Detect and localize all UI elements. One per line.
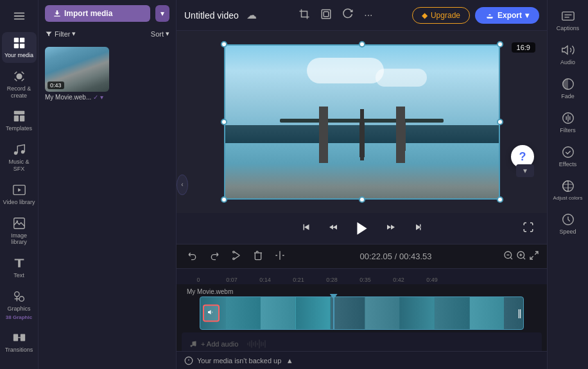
backup-expand-button[interactable]: ▴ [288, 356, 292, 365]
export-button[interactable]: Export ▾ [475, 7, 539, 24]
text-icon [12, 256, 26, 270]
corner-handle-br[interactable] [497, 196, 503, 203]
bridge-right-pillar [402, 119, 406, 151]
svg-marker-25 [357, 222, 367, 235]
preview-area: 16:9 ? ▾ [177, 31, 547, 213]
toolbar-tools: ··· [296, 6, 375, 25]
right-item-effects[interactable]: Effects [550, 141, 586, 171]
clip-end-handle[interactable]: ‖ [517, 308, 522, 318]
forward-button[interactable] [383, 219, 399, 238]
track-name-label: My Movie.webm [182, 287, 542, 296]
skip-forward-icon [412, 221, 424, 233]
cloud-2 [376, 69, 427, 87]
skip-back-button[interactable] [298, 219, 315, 238]
panel-collapse-button[interactable]: ‹ [177, 175, 188, 195]
sidebar-item-video-library[interactable]: Video library [2, 179, 37, 210]
media-item[interactable]: 0:43 My Movie.web... ✓ ▾ [45, 47, 109, 101]
svg-point-18 [19, 296, 24, 301]
fit-timeline-button[interactable] [529, 250, 539, 262]
templates-icon [12, 109, 26, 123]
zoom-out-button[interactable] [503, 250, 514, 262]
thumb-5 [365, 297, 399, 329]
bridge-left-pillar [321, 119, 324, 151]
aspect-ratio-badge: 16:9 [512, 42, 535, 53]
edge-handle-bottom[interactable] [359, 196, 365, 203]
top-bar-left: Untitled video ☁ [184, 6, 259, 24]
ruler-mark-3: 0:21 [282, 277, 315, 283]
right-panel: Captions Audio Fade Filters [547, 0, 588, 369]
corner-handle-tr[interactable] [497, 41, 503, 47]
thumb-1 [226, 297, 260, 329]
skip-forward-button[interactable] [410, 219, 426, 238]
sidebar-label-video: Video library [3, 199, 35, 206]
upgrade-button[interactable]: ◆ Upgrade [412, 7, 470, 24]
rotate-button[interactable] [340, 6, 356, 25]
right-item-speed[interactable]: Speed [550, 209, 586, 239]
corner-handle-tl[interactable] [221, 41, 227, 47]
sidebar-item-graphics[interactable]: Graphics 38 Graphic [2, 286, 37, 324]
clip-volume-button[interactable] [203, 305, 220, 322]
sidebar-item-your-media[interactable]: Your media [2, 32, 37, 63]
filter-button[interactable]: Filter ▾ [45, 30, 76, 38]
video-clip[interactable]: ‖ [200, 296, 524, 330]
sidebar-item-transitions[interactable]: Transitions [2, 327, 37, 357]
crop-button[interactable] [296, 6, 313, 25]
sidebar-item-record-create[interactable]: Record & create [2, 65, 37, 103]
sidebar-item-text[interactable]: Text [2, 252, 37, 283]
sidebar-menu-button[interactable] [2, 5, 37, 27]
thumb-7 [435, 297, 469, 329]
ruler-mark-2: 0:14 [248, 277, 282, 283]
zoom-in-button[interactable] [516, 250, 526, 262]
media-thumb[interactable]: 0:43 [45, 47, 109, 92]
svg-point-47 [562, 147, 573, 158]
sidebar-label-record: Record & create [3, 85, 35, 99]
split-button[interactable] [272, 248, 288, 264]
sidebar-item-image-library[interactable]: Image library [2, 212, 37, 250]
play-icon [354, 220, 370, 237]
more-options-button[interactable]: ··· [361, 7, 375, 24]
thumb-6 [400, 297, 434, 329]
sidebar-label-image: Image library [3, 232, 35, 246]
speed-icon [561, 212, 575, 227]
music-note-icon [189, 340, 197, 348]
edge-handle-top[interactable] [359, 41, 365, 47]
resize-button[interactable] [318, 6, 334, 25]
time-separator: / [395, 252, 399, 261]
svg-rect-21 [13, 334, 17, 341]
right-item-fade[interactable]: Fade [550, 73, 586, 103]
fullscreen-button[interactable] [520, 219, 537, 238]
import-media-label: Import media [64, 9, 112, 18]
delete-button[interactable] [250, 248, 266, 264]
svg-line-34 [523, 257, 525, 259]
filter-icon [45, 30, 53, 38]
undo-button[interactable] [184, 248, 201, 264]
import-media-button[interactable]: Import media [45, 5, 150, 22]
redo-button[interactable] [206, 248, 223, 264]
right-item-captions[interactable]: Captions [550, 5, 586, 35]
svg-rect-4 [19, 38, 24, 42]
sidebar-item-music-sfx[interactable]: Music & SFX [2, 139, 37, 176]
cut-button[interactable] [228, 248, 245, 264]
right-item-audio[interactable]: Audio [550, 39, 586, 69]
rewind-button[interactable] [325, 219, 342, 238]
scroll-down-button[interactable]: ▾ [516, 164, 534, 177]
right-item-adjust-colors[interactable]: Adjust colors [550, 175, 586, 205]
corner-handle-bl[interactable] [221, 196, 227, 203]
more-icon: ··· [364, 10, 372, 21]
effects-label: Effects [559, 161, 576, 167]
sort-button[interactable]: Sort ▾ [141, 30, 169, 38]
right-item-filters[interactable]: Filters [550, 107, 586, 137]
chevron-up-icon: ▴ [288, 356, 292, 365]
svg-rect-24 [324, 12, 329, 17]
top-bar-right: ◆ Upgrade Export ▾ [412, 7, 539, 24]
backup-message: Your media isn't backed up [197, 357, 281, 365]
sidebar-label-your-media: Your media [4, 52, 33, 59]
edge-handle-left[interactable] [221, 119, 227, 125]
edge-handle-right[interactable] [497, 119, 503, 125]
sidebar-item-templates[interactable]: Templates [2, 105, 37, 136]
play-button[interactable] [352, 218, 372, 239]
warning-icon [184, 356, 193, 365]
cloud-save-button[interactable]: ☁ [244, 6, 259, 24]
svg-line-30 [510, 257, 512, 259]
import-media-dropdown-button[interactable]: ▾ [155, 5, 169, 22]
